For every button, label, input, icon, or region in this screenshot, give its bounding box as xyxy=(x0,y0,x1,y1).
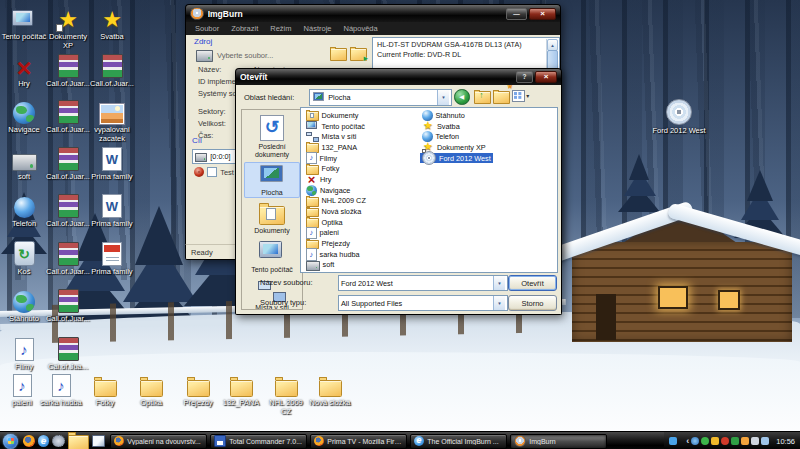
file-item-svatba[interactable]: Svatba xyxy=(420,121,462,132)
taskbar-task-vypaleni-na-dvouvrstv[interactable]: Vypaleni na dvouvrstv... xyxy=(110,434,207,449)
up-one-level-button[interactable] xyxy=(474,89,491,104)
desktop-icon-call-of-juar[interactable]: Call.of.Juar... xyxy=(45,193,91,229)
file-item-tento-pocitac[interactable]: Tento počítač xyxy=(304,121,367,132)
desktop-icon-stahnuto[interactable]: Stáhnuto xyxy=(1,288,47,324)
taskbar-task-the-official-imgburn[interactable]: The Official ImgBurn ... xyxy=(410,434,507,449)
tray-volume[interactable] xyxy=(751,437,759,445)
rar-icon xyxy=(58,194,79,218)
desktop-icon-fotky[interactable]: Fotky xyxy=(83,372,127,408)
tray-amber-update[interactable] xyxy=(741,437,749,445)
cancel-button[interactable]: Storno xyxy=(508,295,557,311)
desktop-screen: Tento počítačHryNavigacesoftTelefonKošSt… xyxy=(0,0,800,449)
tray-web-globe[interactable] xyxy=(691,437,699,445)
file-item-filmy[interactable]: Filmy xyxy=(304,153,339,164)
filetype-dropdown-arrow[interactable] xyxy=(493,296,505,310)
desktop-icon-optika[interactable]: Optika xyxy=(129,372,173,408)
desktop-icon-call-of-juar[interactable]: Call.of.Juar... xyxy=(45,288,91,324)
desktop-icon-call-of-juar[interactable]: Call.of.Juar... xyxy=(45,146,91,182)
desktop-icon-prima-family[interactable]: Prima family xyxy=(89,146,135,182)
quicklaunch-firefox[interactable] xyxy=(23,435,35,447)
menu-item-zobrazit[interactable]: Zobrazit xyxy=(225,24,264,33)
desktop-icon-vypalovani-zacatek[interactable]: vypalovani zacatek xyxy=(89,99,135,143)
taskbar-task-total-commander-7-0[interactable]: Total Commander 7.0... xyxy=(210,434,307,449)
file-item-sarka-hudba[interactable]: sarka hudba xyxy=(304,249,362,260)
filename-dropdown-arrow[interactable] xyxy=(493,276,505,290)
dialog-close-button[interactable] xyxy=(535,71,557,83)
desktop-icon-call-of-juar[interactable]: Call.of.Juar... xyxy=(45,99,91,135)
dialog-titlebar[interactable]: Otevřít xyxy=(235,68,562,85)
desktop-icon-call-of-juar[interactable]: Call.of.Juar... xyxy=(89,53,135,89)
look-in-select[interactable]: Plocha xyxy=(309,89,452,106)
file-item-nhl-2009-cz[interactable]: NHL 2009 CZ xyxy=(304,196,368,207)
select-file-text[interactable]: Vyberte soubor... xyxy=(217,51,273,60)
new-folder-button[interactable] xyxy=(493,89,510,104)
tray-green-status[interactable] xyxy=(701,437,709,445)
desktop-icon-nova-slozka[interactable]: Nová složka xyxy=(308,372,352,408)
minimize-button[interactable] xyxy=(506,8,527,20)
desktop-icon-nhl-2009-cz[interactable]: NHL 2009 CZ xyxy=(264,372,308,416)
file-item-ford-2012-west[interactable]: Ford 2012 West xyxy=(420,153,493,164)
filename-value: Ford 2012 West xyxy=(341,279,393,288)
desktop-icon-kos[interactable]: Koš xyxy=(1,241,47,277)
tray-red-alert[interactable] xyxy=(721,437,729,445)
file-item-paleni[interactable]: paleni xyxy=(304,228,341,239)
menu-item-napoveda[interactable]: Nápověda xyxy=(337,24,383,33)
desktop-icon-prejezdy[interactable]: Přejezdy xyxy=(176,372,220,408)
tray-blue-app[interactable] xyxy=(669,437,677,445)
desktop-icon-132-pana[interactable]: 132_PANA xyxy=(219,372,263,408)
back-button[interactable] xyxy=(454,89,470,105)
place-tento-pocitac[interactable]: Tento počítač xyxy=(244,238,300,276)
file-item-dokumenty[interactable]: Dokumenty xyxy=(304,110,360,121)
desktop-icon-paleni[interactable]: paleni xyxy=(0,372,44,408)
desktop-icon-telefon[interactable]: Telefon xyxy=(1,193,47,229)
menu-item-nastroje[interactable]: Nástroje xyxy=(298,24,338,33)
taskbar-clock[interactable]: 10:56 xyxy=(776,437,795,446)
help-button[interactable] xyxy=(516,71,533,83)
browse-folder-button[interactable] xyxy=(350,46,367,61)
dropdown-arrow[interactable] xyxy=(437,90,449,105)
desktop-icon-call-of-juar[interactable]: Call.of.Juar... xyxy=(45,53,91,89)
filetype-select[interactable]: All Supported Files xyxy=(338,295,508,311)
close-button[interactable] xyxy=(529,8,556,20)
desktop-icon-filmy[interactable]: Filmy xyxy=(1,336,47,372)
open-button[interactable]: Otevřít xyxy=(508,275,557,291)
filename-input[interactable]: Ford 2012 West xyxy=(338,275,508,291)
desktop-icon-hry[interactable]: Hry xyxy=(1,53,47,89)
menu-item-soubor[interactable]: Soubor xyxy=(189,24,225,33)
tray-green-av[interactable] xyxy=(731,437,739,445)
tray-chevron[interactable]: ‹ xyxy=(686,437,689,445)
menu-item-rezim[interactable]: Režim xyxy=(264,24,297,33)
quicklaunch-gear[interactable] xyxy=(52,435,65,448)
file-item-hry[interactable]: Hry xyxy=(304,174,333,185)
tray-gold-shield[interactable] xyxy=(711,437,719,445)
place-dokumenty[interactable]: Dokumenty xyxy=(244,199,300,237)
desktop-icon-ford-2012-west[interactable]: Ford 2012 West xyxy=(648,100,710,136)
tray-network[interactable] xyxy=(761,437,769,445)
views-button[interactable] xyxy=(512,90,529,102)
start-button[interactable] xyxy=(3,434,18,449)
test-checkbox[interactable] xyxy=(207,167,217,177)
file-item-nova-slozka[interactable]: Nová složka xyxy=(304,206,363,217)
desktop-icon-call-of-juar[interactable]: Call.of.Juar... xyxy=(45,241,91,277)
quicklaunch-ie[interactable] xyxy=(38,435,50,447)
desktop-icon-soft[interactable]: soft xyxy=(1,146,47,182)
imgburn-titlebar[interactable]: ImgBurn xyxy=(185,4,561,22)
desktop-icon-sarka-hudba[interactable]: sarka hudba xyxy=(39,372,83,408)
taskbar-task-imgburn[interactable]: ImgBurn xyxy=(510,434,607,449)
browse-file-button[interactable] xyxy=(330,46,347,61)
desktop-icon-prima-family[interactable]: Prima family xyxy=(89,241,135,277)
desktop-icon-navigace[interactable]: Navigace xyxy=(1,99,47,135)
quicklaunch-show-desktop[interactable] xyxy=(92,435,105,447)
place-plocha[interactable]: Plocha xyxy=(244,162,300,199)
file-item-navigace[interactable]: Navigace xyxy=(304,185,352,196)
place-posledni-dokumenty[interactable]: Poslední dokumenty xyxy=(244,112,300,161)
desktop-icon-cal-of-jua[interactable]: Cal.of.Jua... xyxy=(45,336,91,372)
file-item-mista-v-siti[interactable]: Místa v síti xyxy=(304,131,358,142)
desktop-icon-svatba[interactable]: Svatba xyxy=(89,6,135,42)
file-item-soft[interactable]: soft xyxy=(304,260,336,271)
taskbar-task-prima-tv-mozilla-firefox[interactable]: Prima TV - Mozilla Firefox xyxy=(310,434,407,449)
quicklaunch-folder[interactable] xyxy=(68,431,89,449)
desktop-icon-dokumenty-xp[interactable]: Dokumenty XP xyxy=(45,6,91,50)
desktop-icon-tento-pocitac[interactable]: Tento počítač xyxy=(1,6,47,42)
desktop-icon-prima-family[interactable]: Prima family xyxy=(89,193,135,229)
